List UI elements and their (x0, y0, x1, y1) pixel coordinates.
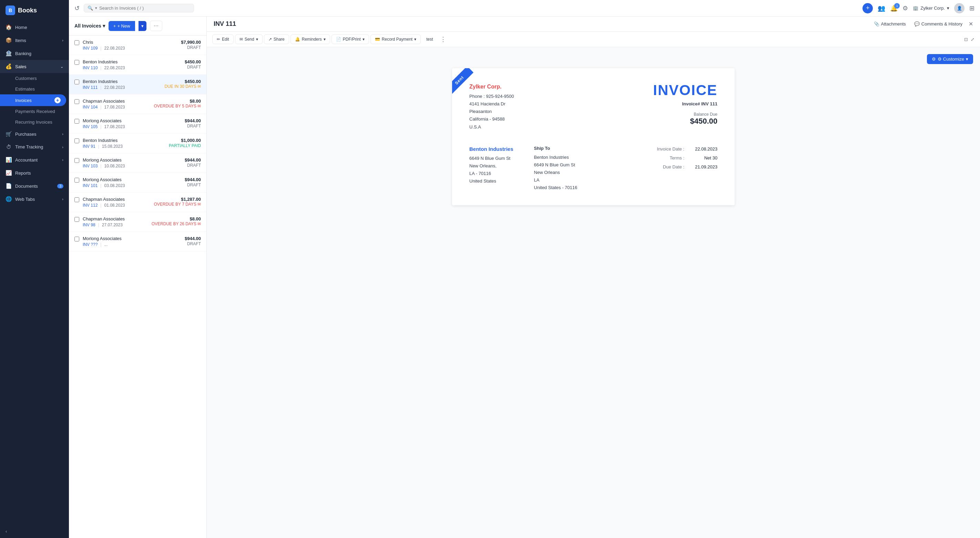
apps-icon[interactable]: ⊞ (969, 5, 975, 12)
pdf-print-btn[interactable]: 📄 PDF/Print ▾ (331, 35, 369, 44)
more-icon: ⋯ (154, 23, 159, 29)
invoice-list-item[interactable]: Chapman Associates INV 112 | 01.08.2023 … (69, 192, 207, 212)
sidebar-item-accountant[interactable]: 📊 Accountant › (0, 153, 69, 167)
invoice-check-input[interactable] (75, 40, 79, 45)
invoice-item-right: $7,990.00 DRAFT (181, 40, 201, 50)
customize-btn[interactable]: ⚙ ⚙ Customize ▾ (927, 54, 973, 64)
ship-to-label: Ship To (534, 144, 578, 152)
layout-icon[interactable]: ⊡ (964, 37, 968, 42)
new-invoice-btn[interactable]: + + New (108, 21, 135, 31)
invoice-check-input[interactable] (75, 178, 79, 183)
invoice-list-item[interactable]: Benton Industries INV 111 | 22.08.2023 $… (69, 75, 207, 94)
invoice-list-item[interactable]: Chapman Associates INV 98 | 27.07.2023 $… (69, 212, 207, 232)
app-logo[interactable]: B Books (0, 0, 69, 21)
sidebar-item-webtabs[interactable]: 🌐 Web Tabs › (0, 192, 69, 206)
invoice-list-item[interactable]: Chris INV 109 | 22.08.2023 $7,990.00 DRA… (69, 35, 207, 55)
send-btn[interactable]: ✉ Send ▾ (235, 35, 262, 44)
invoice-checkbox[interactable] (75, 178, 79, 184)
invoice-item-info: Benton Industries INV 111 | 22.08.2023 (83, 79, 161, 90)
invoice-detail-panel: INV 111 📎 Attachments 💬 Comments & Histo… (207, 16, 980, 538)
invoice-list-item[interactable]: Morlong Associates INV 101 | 03.08.2023 … (69, 173, 207, 192)
avatar[interactable]: 👤 (954, 3, 964, 13)
payment-icon: 💳 (375, 37, 380, 42)
new-invoice-dropdown-btn[interactable]: ▾ (138, 21, 146, 31)
settings-icon[interactable]: ⚙ (902, 5, 908, 12)
invoice-checkbox[interactable] (75, 158, 79, 164)
invoice-list-item[interactable]: Morlong Associates INV ??? | ... $944.00… (69, 232, 207, 251)
invoices-add-icon[interactable]: + (54, 97, 60, 103)
invoice-list-item[interactable]: Morlong Associates INV 105 | 17.08.2023 … (69, 114, 207, 133)
all-invoices-label: All Invoices (75, 23, 101, 29)
invoice-checkbox[interactable] (75, 99, 79, 105)
bill-to-addr1: 6649 N Blue Gum St (469, 155, 514, 162)
invoice-item-info: Chapman Associates INV 98 | 27.07.2023 (83, 216, 148, 227)
sidebar-item-documents[interactable]: 📄 Documents 3 (0, 179, 69, 192)
search-filter-icon[interactable]: ▾ (95, 6, 97, 10)
sidebar-item-items[interactable]: 📦 Items › (0, 34, 69, 47)
invoice-check-input[interactable] (75, 119, 79, 124)
invoice-checkbox[interactable] (75, 119, 79, 125)
invoice-check-input[interactable] (75, 79, 79, 84)
sidebar-item-banking[interactable]: 🏦 Banking (0, 47, 69, 60)
invoice-checkbox[interactable] (75, 236, 79, 243)
invoice-item-info: Benton Industries INV 91 | 15.08.2023 (83, 138, 165, 149)
meta-separator: | (100, 105, 101, 110)
invoice-check-input[interactable] (75, 217, 79, 222)
comments-history-btn[interactable]: 💬 Comments & History (912, 20, 964, 28)
add-new-btn[interactable]: + (862, 3, 873, 13)
sidebar-item-payments[interactable]: Payments Received (0, 106, 69, 117)
invoice-checkbox[interactable] (75, 60, 79, 66)
invoice-checkbox[interactable] (75, 138, 79, 144)
contacts-icon[interactable]: 👥 (878, 5, 885, 12)
invoice-check-input[interactable] (75, 197, 79, 202)
invoice-id: INV 105 (83, 124, 97, 129)
invoice-check-input[interactable] (75, 236, 79, 241)
invoice-list-more-btn[interactable]: ⋯ (150, 21, 162, 31)
invoice-list-item[interactable]: Benton Industries INV 110 | 22.08.2023 $… (69, 55, 207, 75)
paperclip-icon: 📎 (874, 21, 880, 27)
comment-icon: 💬 (914, 21, 920, 27)
search-box[interactable]: 🔍 ▾ (84, 4, 194, 13)
invoice-list-item[interactable]: Chapman Associates INV 104 | 17.08.2023 … (69, 94, 207, 114)
share-btn[interactable]: ↗ Share (264, 35, 289, 44)
close-detail-btn[interactable]: ✕ (969, 21, 973, 27)
expand-icon[interactable]: ⤢ (971, 37, 975, 42)
sidebar-item-home[interactable]: 🏠 Home (0, 21, 69, 34)
record-payment-btn[interactable]: 💳 Record Payment ▾ (371, 35, 421, 44)
attachments-btn[interactable]: 📎 Attachments (872, 20, 908, 28)
sidebar-item-customers[interactable]: Customers (0, 73, 69, 84)
invoice-checkbox[interactable] (75, 197, 79, 203)
from-address2: Pleasanton (469, 108, 514, 115)
invoice-list-item[interactable]: Benton Industries INV 91 | 15.08.2023 $1… (69, 133, 207, 153)
reminders-btn[interactable]: 🔔 Reminders ▾ (291, 35, 330, 44)
sidebar-item-recurring[interactable]: Recurring Invoices (0, 117, 69, 127)
sidebar-sales-label: Sales (15, 64, 27, 69)
edit-btn[interactable]: ✏ Edit (212, 35, 234, 44)
refresh-icon[interactable]: ↺ (75, 5, 80, 12)
notifications-btn[interactable]: 🔔 1 (890, 5, 898, 12)
invoice-id: INV 98 (83, 222, 95, 227)
org-selector[interactable]: 🏢 Zylker Corp. ▾ (913, 5, 949, 11)
invoice-check-input[interactable] (75, 60, 79, 65)
invoice-check-input[interactable] (75, 158, 79, 163)
all-invoices-filter[interactable]: All Invoices ▾ (75, 23, 105, 29)
sidebar-collapse-btn[interactable]: ‹ (0, 525, 69, 538)
status-badge: OVERDUE BY 7 DAYS ✉ (154, 202, 201, 207)
invoice-customer-name: Morlong Associates (83, 157, 181, 163)
invoice-checkbox[interactable] (75, 217, 79, 223)
invoice-check-input[interactable] (75, 138, 79, 143)
toolbar-more-btn[interactable]: ⋮ (439, 35, 448, 43)
sidebar-item-purchases[interactable]: 🛒 Purchases › (0, 127, 69, 141)
invoice-header-row: Zylker Corp. Phone : 925-924-9500 4141 H… (469, 82, 718, 131)
sidebar-item-invoices[interactable]: Invoices + (0, 94, 66, 106)
invoice-check-input[interactable] (75, 99, 79, 104)
sidebar-item-sales[interactable]: 💰 Sales ⌄ (0, 60, 69, 73)
sidebar-item-timetracking[interactable]: ⏱ Time Tracking › (0, 141, 69, 153)
invoice-list-item[interactable]: Morlong Associates INV 103 | 10.08.2023 … (69, 153, 207, 173)
sidebar-item-reports[interactable]: 📈 Reports (0, 167, 69, 179)
sidebar-item-estimates[interactable]: Estimates (0, 84, 69, 94)
search-input[interactable] (99, 5, 190, 11)
invoice-checkbox[interactable] (75, 40, 79, 46)
invoice-checkbox[interactable] (75, 79, 79, 86)
status-badge: DRAFT (187, 124, 201, 129)
